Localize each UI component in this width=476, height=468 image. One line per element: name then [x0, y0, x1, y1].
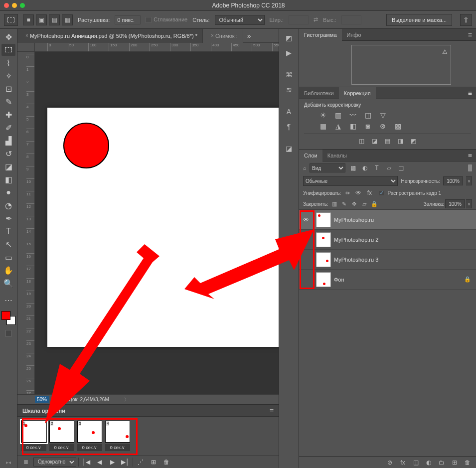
prev-frame-icon[interactable]: ◀ [94, 457, 105, 467]
filter-pixel-icon[interactable]: ▩ [348, 164, 357, 172]
dodge-tool[interactable]: ◔ [1, 199, 15, 211]
feather-input[interactable] [115, 15, 141, 24]
brightness-contrast-icon[interactable]: ☀ [318, 111, 328, 120]
next-frame-icon[interactable]: ▶│ [120, 457, 131, 467]
layer-name[interactable]: MyPhotoshop.ru 2 [334, 237, 476, 243]
stamp-tool[interactable]: ▟ [1, 135, 15, 147]
vibrance-icon[interactable]: ▽ [378, 111, 388, 120]
timeline-frame[interactable]: 20 сек.∨ [49, 421, 74, 451]
edit-toolbar-icon[interactable]: ⋯ [1, 294, 15, 306]
style-select[interactable]: Обычный [215, 15, 265, 25]
unify-position-icon[interactable]: ⇸ [343, 189, 352, 197]
photo-filter-icon[interactable]: ◙ [363, 122, 373, 131]
horizontal-ruler[interactable]: 050100150200250300350400450500550 [35, 43, 279, 52]
frame-thumbnail[interactable]: 4 [105, 421, 130, 443]
layer-thumbnail[interactable] [316, 252, 331, 267]
lock-icon[interactable]: 🔒 [464, 276, 471, 283]
opacity-value[interactable]: 100% [443, 176, 463, 185]
adjustments-tab[interactable]: Коррекция [339, 87, 376, 99]
fill-value[interactable]: 100% [445, 199, 465, 208]
lock-position-icon[interactable]: ✥ [350, 200, 358, 208]
lock-image-icon[interactable]: ✎ [340, 200, 348, 208]
delete-layer-icon[interactable]: 🗑 [463, 459, 472, 467]
layer-thumbnail[interactable] [316, 272, 331, 287]
frame-duration[interactable]: 0 сек.∨ [21, 444, 46, 451]
filter-adjustment-icon[interactable]: ◐ [360, 164, 369, 172]
convert-timeline-icon[interactable]: ≣ [20, 457, 31, 467]
layer-filter-kind-select[interactable]: Вид [310, 163, 345, 172]
fill-dropdown-icon[interactable]: ∨ [466, 199, 472, 208]
layer-name[interactable]: Фон [334, 277, 464, 283]
crop-tool[interactable]: ⊡ [1, 83, 15, 95]
intersect-selection-icon[interactable]: ▦ [62, 14, 73, 25]
foreground-color-swatch[interactable] [1, 311, 10, 320]
dock-actions-icon[interactable]: ▶ [282, 47, 296, 59]
timeline-frame[interactable]: 10 сек.∨ [21, 421, 46, 451]
layer-name[interactable]: MyPhotoshop.ru 3 [334, 257, 476, 263]
timeline-panel-menu-icon[interactable]: ≡ [270, 407, 274, 415]
new-group-icon[interactable]: 🗀 [437, 459, 446, 467]
blend-mode-select[interactable]: Обычные [303, 176, 398, 186]
new-fill-adj-icon[interactable]: ◐ [424, 459, 433, 467]
posterize-icon[interactable]: ◪ [370, 137, 379, 145]
frame-thumbnail[interactable]: 3 [77, 421, 102, 443]
close-tab-icon[interactable]: × [25, 33, 28, 38]
timeline-frame[interactable]: 30 сек.∨ [77, 421, 102, 451]
frame-duration[interactable]: 0 сек.∨ [49, 444, 74, 451]
threshold-icon[interactable]: ▤ [383, 137, 392, 145]
histogram-panel-menu-icon[interactable]: ≡ [464, 31, 476, 39]
loop-mode-select[interactable]: Однократно [33, 458, 76, 467]
layer-style-icon[interactable]: fx [398, 459, 407, 467]
rectangular-marquee-tool[interactable] [1, 44, 15, 56]
color-lookup-icon[interactable]: ▩ [393, 122, 403, 131]
add-selection-icon[interactable]: ▣ [36, 14, 47, 25]
timeline-panel-title[interactable]: Шкала времени [22, 408, 65, 414]
document-tab-1[interactable]: × MyPhotoshop.ru Анимация.psd @ 50% (MyP… [17, 29, 203, 43]
doc-info[interactable]: Док: 2,64M/3,26M [69, 397, 109, 402]
lock-transparent-icon[interactable]: ▥ [330, 200, 338, 208]
height-input[interactable] [341, 15, 361, 24]
eyedropper-tool[interactable]: ✎ [1, 96, 15, 108]
layer-row[interactable]: Фон🔒 [299, 270, 476, 290]
gradient-tool[interactable]: ◧ [1, 173, 15, 185]
width-input[interactable] [289, 15, 309, 24]
document-canvas[interactable] [47, 108, 279, 347]
filter-shape-icon[interactable]: ▱ [384, 164, 393, 172]
healing-brush-tool[interactable]: ✚ [1, 109, 15, 121]
layer-thumbnail[interactable] [316, 212, 331, 227]
layers-panel-menu-icon[interactable]: ≡ [464, 152, 476, 159]
layer-row[interactable]: 👁MyPhotoshop.ru [299, 210, 476, 230]
frame-duration[interactable]: 0 сек.∨ [105, 444, 130, 451]
unify-visibility-icon[interactable]: 👁 [354, 189, 363, 197]
dock-brushes-icon[interactable]: ≋ [282, 84, 296, 96]
dock-character-icon[interactable]: A [282, 106, 296, 118]
adjustments-panel-menu-icon[interactable]: ≡ [464, 89, 476, 97]
first-frame-icon[interactable]: │◀ [81, 457, 92, 467]
duplicate-frame-icon[interactable]: ⊞ [148, 457, 159, 467]
histogram-warning-icon[interactable]: ⚠ [442, 48, 448, 55]
timeline-frame[interactable]: 40 сек.∨ [105, 421, 130, 451]
canvas-viewport[interactable] [35, 52, 279, 394]
color-balance-icon[interactable]: ◮ [333, 122, 343, 131]
filter-toggle[interactable] [468, 164, 472, 171]
vertical-ruler[interactable]: 0123456789101112131415161718192021222324… [17, 52, 35, 394]
lock-artboard-icon[interactable]: ▱ [360, 200, 368, 208]
histogram-tab[interactable]: Гистограмма [299, 29, 342, 41]
swap-dim-icon[interactable]: ⇄ [314, 16, 318, 23]
layers-tab[interactable]: Слои [299, 150, 322, 161]
zoom-window-button[interactable] [20, 3, 25, 8]
hand-tool[interactable]: ✋ [1, 264, 15, 276]
propagate-frame-checkbox[interactable]: ✓ [379, 190, 384, 196]
gradient-map-icon[interactable]: ◨ [396, 137, 405, 145]
layer-name[interactable]: MyPhotoshop.ru [334, 217, 476, 223]
frame-duration[interactable]: 0 сек.∨ [77, 444, 102, 451]
select-and-mask-button[interactable]: Выделение и маска... [386, 14, 452, 26]
delete-frame-icon[interactable]: 🗑 [161, 457, 172, 467]
channels-tab[interactable]: Каналы [322, 150, 352, 161]
tab-overflow-icon[interactable]: » [243, 32, 255, 40]
frame-thumbnail[interactable]: 2 [49, 421, 74, 443]
close-tab-icon[interactable]: × [211, 33, 214, 38]
bw-icon[interactable]: ◧ [348, 122, 358, 131]
hue-sat-icon[interactable]: ▦ [318, 122, 328, 131]
zoom-level[interactable]: 50% [35, 396, 49, 403]
